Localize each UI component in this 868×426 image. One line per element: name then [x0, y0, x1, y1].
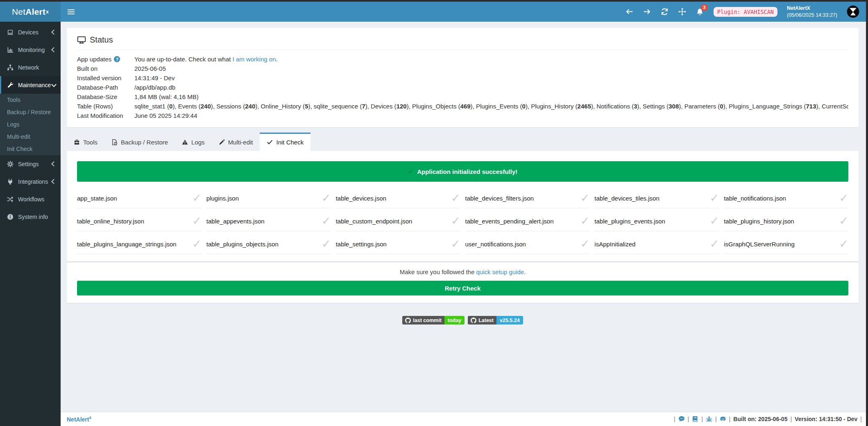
github-badges: last commit today Latest v25.5.24 — [67, 316, 859, 325]
footer-brand-link[interactable]: NetAlertx — [67, 415, 91, 423]
sidebar-toggle-button[interactable] — [61, 2, 81, 22]
init-check-item-label: table_settings.json — [336, 241, 387, 248]
status-rows: App updates ? You are up-to-date. Check … — [77, 50, 848, 119]
latest-version-badge[interactable]: Latest v25.5.24 — [468, 316, 523, 325]
sidebar-item-backup-restore[interactable]: Backup / Restore — [0, 106, 61, 118]
last-commit-badge[interactable]: last commit today — [402, 316, 465, 325]
forward-arrow-icon[interactable] — [643, 8, 651, 16]
app-logo[interactable]: NetAlertx — [0, 2, 61, 22]
table-row-count: Devices (120), — [371, 103, 412, 110]
badge-label: last commit — [413, 318, 441, 323]
tab-tools[interactable]: Tools — [67, 133, 104, 151]
working-on-link[interactable]: I am working on — [233, 56, 276, 63]
tab-multi-edit[interactable]: Multi-edit — [212, 133, 260, 151]
github-icon — [405, 318, 411, 323]
discord-icon[interactable] — [720, 416, 726, 422]
separator: | — [701, 416, 703, 422]
logo-sup: x — [46, 9, 49, 15]
init-check-item-table-notifications-json: table_notifications.json ✓ — [724, 188, 848, 208]
field-value: /app/db/app.db — [134, 84, 848, 91]
chat-icon[interactable] — [678, 416, 685, 422]
screen-right-edge — [866, 0, 868, 426]
status-card: Status App updates ? You are up-to-date.… — [67, 28, 859, 127]
badge-value: today — [444, 316, 465, 325]
docs-book-icon[interactable] — [692, 416, 698, 422]
sidebar-item-label: System info — [18, 214, 48, 220]
status-row-installed-version: Installed version 14:31:49 - Dev — [77, 74, 848, 82]
init-check-item-label: table_plugins_language_strings.json — [77, 241, 177, 248]
sidebar-item-devices[interactable]: Devices — [0, 23, 61, 41]
sidebar-item-multi-edit[interactable]: Multi-edit — [0, 131, 61, 143]
init-check-item-table-plugins-history-json: table_plugins_history.json ✓ — [724, 211, 848, 231]
field-value: June 05 2025 14:29:44 — [134, 112, 848, 119]
monitor-icon — [77, 36, 86, 44]
check-icon — [267, 139, 273, 145]
chevron-icon — [51, 179, 57, 184]
sidebar-item-network[interactable]: Network — [0, 59, 61, 76]
init-check-item-label: user_notifications.json — [465, 241, 526, 248]
sidebar-item-logs[interactable]: Logs — [0, 118, 61, 131]
separator: | — [860, 416, 862, 422]
tab-backup-restore[interactable]: Backup / Restore — [104, 133, 175, 151]
init-check-grid: app_state.json ✓ plugins.json ✓ table_de… — [77, 188, 848, 254]
init-check-item-app-state-json: app_state.json ✓ — [77, 188, 202, 208]
chevron-icon — [51, 161, 57, 167]
tab-init-check[interactable]: Init Check — [260, 133, 310, 151]
footer: NetAlertx | | | | | Built on: 2025-06-05… — [61, 412, 866, 426]
init-check-item-isappinitialized: isAppInitialized ✓ — [594, 234, 719, 254]
init-check-item-table-plugins-objects-json: table_plugins_objects.json ✓ — [206, 234, 331, 254]
check-icon: ✓ — [839, 239, 848, 250]
plugin-status-badge[interactable]: Plugin: AVAHISCAN — [714, 7, 777, 17]
sidebar-item-label: Logs — [7, 121, 19, 128]
maintenance-tabs: Tools Backup / Restore Logs Multi-edit I… — [67, 133, 859, 151]
sidebar-item-label: Devices — [18, 29, 39, 36]
sidebar-item-tools[interactable]: Tools — [0, 94, 61, 106]
check-icon: ✓ — [580, 216, 590, 227]
separator: | — [674, 416, 675, 422]
init-check-item-table-online-history-json: table_online_history.json ✓ — [77, 211, 202, 231]
pencil-icon — [219, 139, 225, 145]
help-icon[interactable]: ? — [114, 56, 120, 62]
field-label: Last Modification — [77, 112, 134, 119]
sidebar-item-monitoring[interactable]: Monitoring — [0, 41, 61, 59]
field-value: 14:31:49 - Dev — [134, 74, 848, 82]
init-check-item-label: isGraphQLServerRunning — [724, 241, 795, 248]
field-label: Table (Rows) — [77, 103, 134, 110]
init-check-item-table-plugins-language-strings-json: table_plugins_language_strings.json ✓ — [77, 234, 202, 254]
navbar-right: 3 Plugin: AVAHISCAN NetAlertX (05/06/202… — [626, 5, 866, 18]
avatar[interactable] — [847, 5, 859, 18]
sidebar-item-settings[interactable]: Settings — [0, 155, 61, 173]
init-check-item-label: table_plugins_events.json — [594, 218, 665, 225]
field-value: 2025-06-05 — [134, 65, 848, 72]
sidebar-item-workflows[interactable]: Workflows — [0, 190, 61, 208]
check-icon: ✓ — [580, 239, 590, 250]
sidebar-item-init-check[interactable]: Init Check — [0, 143, 61, 155]
init-check-item-label: table_devices_filters.json — [465, 195, 534, 202]
sidebar-item-system-info[interactable]: System info — [0, 208, 61, 225]
content-area: Status App updates ? You are up-to-date.… — [61, 22, 866, 412]
sidebar-item-maintenance[interactable]: Maintenance — [0, 76, 61, 94]
init-check-item-label: table_plugins_objects.json — [206, 241, 279, 248]
field-label: Installed version — [77, 74, 134, 82]
network-icon — [7, 64, 15, 71]
field-label: Built on — [77, 65, 134, 72]
init-check-item-label: table_notifications.json — [724, 195, 786, 202]
tab-logs[interactable]: Logs — [175, 133, 212, 151]
table-row-count: Plugins_Events (0), — [476, 103, 531, 110]
footer-version: Version: 14:31:50 - Dev — [795, 416, 857, 422]
sidebar-item-integrations[interactable]: Integrations — [0, 173, 61, 190]
refresh-icon[interactable] — [661, 8, 669, 16]
check-icon: ✓ — [451, 239, 460, 250]
retry-check-button[interactable]: Retry Check — [77, 281, 848, 295]
table-row-count: Events (240), — [178, 103, 216, 110]
notifications-bell-icon[interactable]: 3 — [696, 8, 704, 16]
check-icon: ✓ — [710, 216, 719, 227]
back-arrow-icon[interactable] — [626, 8, 634, 16]
status-row-last-modification: Last Modification June 05 2025 14:29:44 — [77, 112, 848, 119]
user-timestamp: (05/06/2025 14:33:27) — [787, 12, 837, 18]
bug-icon[interactable] — [706, 416, 712, 422]
success-banner-text: Application initialized succesfully! — [417, 168, 517, 175]
header: NetAlertx 3 Plugin: AVAHISCAN NetAlertX — [0, 2, 866, 22]
move-arrows-icon[interactable] — [678, 8, 687, 16]
quick-setup-guide-link[interactable]: quick setup guide — [476, 268, 524, 275]
